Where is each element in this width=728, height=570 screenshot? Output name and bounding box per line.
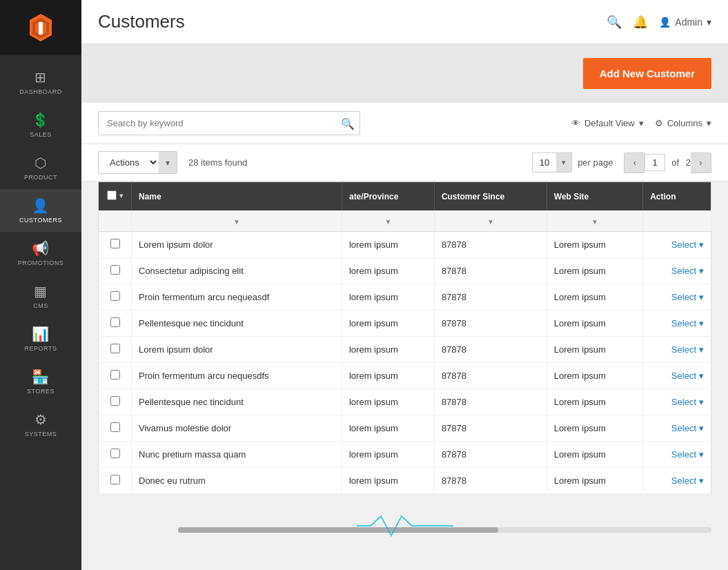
sidebar-item-systems[interactable]: ⚙ SYSTEMS bbox=[0, 403, 81, 446]
sidebar-item-sales[interactable]: 💲 SALES bbox=[0, 104, 81, 146]
row-checkbox[interactable] bbox=[110, 370, 120, 380]
row-checkbox[interactable] bbox=[110, 396, 120, 406]
systems-icon: ⚙ bbox=[35, 411, 48, 428]
row-since: 87878 bbox=[434, 232, 547, 258]
row-website: Lorem ipsum bbox=[547, 284, 642, 311]
row-select-button[interactable]: Select ▾ bbox=[671, 239, 704, 250]
row-select-button[interactable]: Select ▾ bbox=[671, 266, 704, 276]
row-select-button[interactable]: Select ▾ bbox=[671, 292, 704, 302]
columns-button[interactable]: ⚙ Columns ▾ bbox=[655, 118, 711, 128]
row-checkbox[interactable] bbox=[110, 317, 120, 327]
row-since: 87878 bbox=[434, 363, 547, 389]
search-input[interactable] bbox=[98, 111, 360, 135]
per-page-arrow[interactable]: ▾ bbox=[556, 153, 572, 173]
row-name: Lorem ipsum dolor bbox=[132, 232, 342, 258]
topbar: Customers 🔍 🔔 👤 Admin ▾ bbox=[81, 0, 728, 44]
row-select-button[interactable]: Select ▾ bbox=[671, 423, 704, 433]
row-select-button[interactable]: Select ▾ bbox=[671, 318, 704, 328]
filter-row: ▼ ▼ ▼ ▼ bbox=[99, 210, 711, 232]
row-state: lorem ipsum bbox=[342, 442, 434, 468]
search-input-wrap: 🔍 bbox=[98, 111, 360, 135]
bell-icon[interactable]: 🔔 bbox=[633, 14, 648, 30]
main-content: Customers 🔍 🔔 👤 Admin ▾ Add New Customer… bbox=[81, 0, 728, 570]
sidebar-item-reports[interactable]: 📊 REPORTS bbox=[0, 317, 81, 360]
row-state: lorem ipsum bbox=[342, 337, 434, 363]
row-select-button[interactable]: Select ▾ bbox=[671, 475, 704, 486]
row-checkbox[interactable] bbox=[110, 449, 120, 458]
row-name: Nunc pretium massa quam bbox=[132, 442, 342, 468]
row-action: Select ▾ bbox=[643, 415, 711, 442]
svg-rect-3 bbox=[39, 22, 43, 35]
actions-select[interactable]: Actions bbox=[98, 151, 159, 174]
th-action: Action bbox=[643, 182, 711, 211]
sidebar-item-label: SYSTEMS bbox=[25, 431, 57, 438]
cms-icon: ▦ bbox=[34, 283, 48, 299]
sidebar-item-product[interactable]: ⬡ PRODUCT bbox=[0, 146, 81, 189]
filter-icon[interactable]: ▼ bbox=[233, 218, 240, 226]
row-checkbox[interactable] bbox=[110, 422, 120, 432]
table-row: Lorem ipsum dolor lorem ipsum 87878 Lore… bbox=[99, 337, 711, 363]
select-arrow-icon: ▾ bbox=[699, 344, 704, 355]
row-state: lorem ipsum bbox=[342, 311, 434, 337]
sidebar-item-dashboard[interactable]: ⊞ DASHBOARD bbox=[0, 61, 81, 104]
filter-icon[interactable]: ▼ bbox=[384, 218, 391, 226]
row-since: 87878 bbox=[434, 442, 547, 468]
table-row: Proin fermentum arcu nequesdfs lorem ips… bbox=[99, 363, 711, 389]
sales-icon: 💲 bbox=[32, 112, 50, 128]
select-all-checkbox[interactable] bbox=[107, 190, 117, 200]
default-view-dropdown[interactable]: 👁 Default View ▾ bbox=[571, 118, 644, 128]
row-checkbox[interactable] bbox=[110, 239, 120, 248]
sidebar-item-cms[interactable]: ▦ CMS bbox=[0, 275, 81, 317]
select-arrow-icon: ▾ bbox=[699, 397, 704, 407]
add-new-customer-button[interactable]: Add New Customer bbox=[583, 58, 711, 89]
filter-checkbox-col bbox=[99, 210, 132, 232]
row-checkbox[interactable] bbox=[110, 265, 120, 275]
prev-page-button[interactable]: ‹ bbox=[624, 153, 645, 173]
table-header-row: ▾ Name ate/Province Customer Since Web S… bbox=[99, 182, 711, 211]
row-since: 87878 bbox=[434, 468, 547, 494]
row-checkbox[interactable] bbox=[110, 475, 120, 484]
add-customer-bar: Add New Customer bbox=[81, 44, 728, 103]
sidebar: ⊞ DASHBOARD 💲 SALES ⬡ PRODUCT 👤 CUSTOMER… bbox=[0, 0, 81, 570]
user-icon: 👤 bbox=[659, 17, 671, 28]
table-row: Lorem ipsum dolor lorem ipsum 87878 Lore… bbox=[99, 232, 711, 258]
actions-arrow[interactable]: ▾ bbox=[159, 151, 177, 174]
table-row: Proin fermentum arcu nequeasdf lorem ips… bbox=[99, 284, 711, 311]
table-row: Pellentesque nec tincidunt lorem ipsum 8… bbox=[99, 311, 711, 337]
actions-dropdown[interactable]: Actions ▾ bbox=[98, 151, 177, 174]
row-checkbox[interactable] bbox=[110, 344, 120, 353]
next-page-button[interactable]: › bbox=[691, 153, 711, 173]
row-select-button[interactable]: Select ▾ bbox=[671, 397, 704, 407]
search-submit-button[interactable]: 🔍 bbox=[341, 117, 355, 130]
per-page-select[interactable]: 10 ▾ bbox=[532, 153, 572, 173]
table-wrap: ▾ Name ate/Province Customer Since Web S… bbox=[81, 181, 728, 511]
row-name: Donec eu rutrum bbox=[132, 468, 342, 494]
promotions-icon: 📢 bbox=[32, 240, 50, 257]
sidebar-item-customers[interactable]: 👤 CUSTOMERS bbox=[0, 189, 81, 232]
reports-icon: 📊 bbox=[32, 326, 50, 342]
search-icon[interactable]: 🔍 bbox=[607, 14, 622, 30]
row-state: lorem ipsum bbox=[342, 468, 434, 494]
sidebar-item-stores[interactable]: 🏪 STORES bbox=[0, 360, 81, 403]
row-state: lorem ipsum bbox=[342, 258, 434, 284]
row-checkbox[interactable] bbox=[110, 291, 120, 301]
row-select-button[interactable]: Select ▾ bbox=[671, 449, 704, 460]
admin-label: Admin bbox=[675, 17, 702, 28]
admin-menu[interactable]: 👤 Admin ▾ bbox=[659, 17, 711, 28]
per-page-wrap: 10 ▾ per page bbox=[532, 153, 613, 173]
checkbox-dropdown-arrow[interactable]: ▾ bbox=[119, 192, 123, 199]
table-row: Pellentesque nec tincidunt lorem ipsum 8… bbox=[99, 389, 711, 415]
filter-icon[interactable]: ▼ bbox=[591, 218, 598, 226]
row-action: Select ▾ bbox=[643, 363, 711, 389]
filter-website: ▼ bbox=[547, 210, 642, 232]
current-page[interactable]: 1 bbox=[645, 154, 665, 171]
select-arrow-icon: ▾ bbox=[699, 475, 704, 486]
items-found: 28 items found bbox=[188, 157, 521, 168]
row-website: Lorem ipsum bbox=[547, 232, 642, 258]
row-select-button[interactable]: Select ▾ bbox=[671, 344, 704, 355]
row-select-button[interactable]: Select ▾ bbox=[671, 371, 704, 381]
select-arrow-icon: ▾ bbox=[699, 292, 704, 302]
sidebar-item-promotions[interactable]: 📢 PROMOTIONS bbox=[0, 232, 81, 275]
eye-icon: 👁 bbox=[571, 118, 580, 128]
filter-icon[interactable]: ▼ bbox=[487, 218, 494, 226]
